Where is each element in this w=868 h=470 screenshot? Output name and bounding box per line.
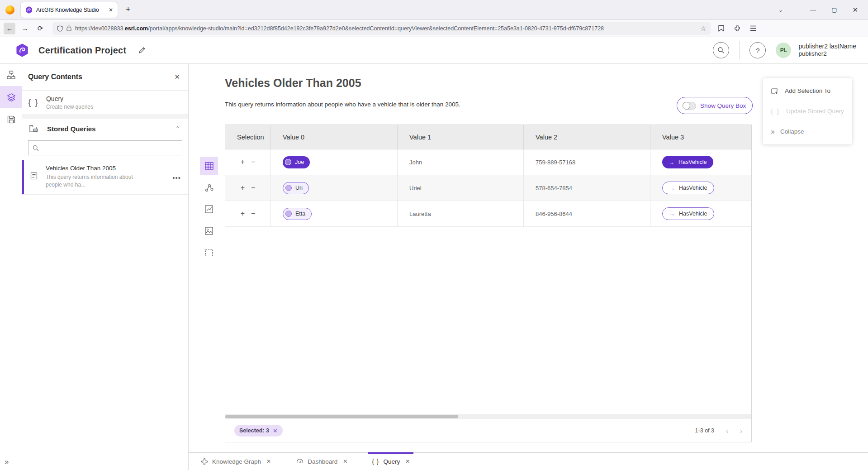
selection-view-button[interactable] xyxy=(200,244,218,262)
save-icon xyxy=(7,115,15,124)
search-input[interactable] xyxy=(43,144,178,151)
selection-box-icon xyxy=(205,249,213,257)
tab-query[interactable]: { } Query ✕ xyxy=(365,453,416,470)
remove-from-selection-button[interactable]: − xyxy=(251,210,255,217)
add-to-selection-button[interactable]: + xyxy=(241,184,245,192)
column-header[interactable]: Value 1 xyxy=(398,125,524,149)
minimize-button[interactable]: — xyxy=(810,6,816,13)
table-row: + − Joe John 759-889-57168 → HasVehicle xyxy=(225,149,751,175)
cell-value2[interactable]: 759-889-57168 xyxy=(524,149,650,175)
relationship-pill[interactable]: → HasVehicle xyxy=(662,207,714,220)
horizontal-scrollbar[interactable] xyxy=(225,414,751,419)
edit-pencil-icon[interactable] xyxy=(138,46,146,54)
cell-value1[interactable]: Uriel xyxy=(398,175,524,201)
image-icon xyxy=(205,227,213,235)
selected-count-chip[interactable]: Selected: 3 ✕ xyxy=(234,425,283,436)
column-header[interactable]: Value 2 xyxy=(524,125,650,149)
menu-item-collapse[interactable]: » Collapse xyxy=(763,121,852,142)
url-bar[interactable]: https://dev0028833.esri.com/portal/apps/… xyxy=(52,22,711,35)
scrollbar-thumb[interactable] xyxy=(225,415,458,418)
avatar[interactable]: PL xyxy=(776,43,791,58)
add-selection-icon xyxy=(771,87,778,95)
column-header[interactable]: Value 0 xyxy=(271,125,398,149)
knowledge-studio-logo-icon xyxy=(16,43,28,57)
tab-label: Dashboard xyxy=(308,458,337,465)
stored-query-item[interactable]: Vehicles Older Than 2005 This query retu… xyxy=(22,160,188,195)
bookmark-star-icon[interactable]: ☆ xyxy=(700,25,706,32)
link-chart-icon xyxy=(205,183,213,192)
column-header[interactable]: Value 3 xyxy=(650,125,751,149)
entity-pill[interactable]: Etta xyxy=(283,208,312,220)
forward-button[interactable]: → xyxy=(19,23,31,34)
menu-item-update-stored-query[interactable]: { } Update Stored Query xyxy=(763,101,852,121)
tab-close-icon[interactable]: ✕ xyxy=(343,458,347,465)
menu-hamburger-icon[interactable] xyxy=(750,25,757,31)
close-window-button[interactable]: ✕ xyxy=(852,6,858,14)
folder-icon xyxy=(29,125,39,133)
previous-page-icon[interactable]: ‹ xyxy=(726,427,728,435)
sidebar-item-layers[interactable] xyxy=(0,86,22,108)
arrow-right-icon: → xyxy=(669,211,675,217)
relationship-pill[interactable]: → HasVehicle xyxy=(662,182,714,194)
selected-count-label: Selected: 3 xyxy=(239,427,269,434)
firefox-icon[interactable] xyxy=(5,5,14,14)
next-page-icon[interactable]: › xyxy=(740,427,742,435)
stored-queries-search[interactable] xyxy=(28,140,182,155)
sidebar-item-save[interactable] xyxy=(0,108,22,130)
entity-label: Uri xyxy=(295,185,303,191)
sidebar-item-project-contents[interactable] xyxy=(0,64,22,86)
tab-close-icon[interactable]: ✕ xyxy=(266,458,271,465)
relationship-pill[interactable]: → HasVehicle xyxy=(662,156,713,168)
relationship-label: HasVehicle xyxy=(679,211,707,217)
user-info[interactable]: publisher2 lastName publisher2 xyxy=(798,43,868,58)
search-button[interactable] xyxy=(713,42,729,58)
chart-icon xyxy=(205,205,213,213)
query-item-subtitle: Create new queries xyxy=(46,104,93,110)
tab-knowledge-graph[interactable]: Knowledge Graph ✕ xyxy=(194,453,277,470)
entity-pill[interactable]: Uri xyxy=(283,182,309,194)
cell-value2[interactable]: 846-956-8644 xyxy=(524,201,650,226)
tab-close-icon[interactable]: ✕ xyxy=(405,458,410,465)
reload-button[interactable]: ⟳ xyxy=(34,23,46,34)
stored-queries-header[interactable]: Stored Queries ⌃ xyxy=(22,119,188,139)
table-view-button[interactable] xyxy=(200,157,218,175)
braces-icon: { } xyxy=(372,458,379,465)
relationship-label: HasVehicle xyxy=(678,159,707,165)
remove-from-selection-button[interactable]: − xyxy=(251,158,255,166)
maximize-button[interactable]: ▢ xyxy=(831,6,837,13)
entity-pill[interactable]: Joe xyxy=(283,156,310,168)
browser-navbar: ← → ⟳ https://dev0028833.esri.com/portal… xyxy=(0,20,868,37)
expand-rail-icon[interactable]: » xyxy=(5,457,8,466)
back-button[interactable]: ← xyxy=(4,23,15,34)
link-chart-view-button[interactable] xyxy=(200,178,218,197)
column-header[interactable]: Selection xyxy=(225,125,271,149)
panel-close-icon[interactable]: ✕ xyxy=(174,73,180,81)
item-menu-icon[interactable]: ••• xyxy=(172,174,181,182)
tab-dashboard[interactable]: Dashboard ✕ xyxy=(290,453,354,470)
menu-item-add-selection-to[interactable]: Add Selection To xyxy=(763,81,852,101)
new-tab-button[interactable]: + xyxy=(126,5,131,14)
cell-value1[interactable]: Lauretta xyxy=(398,201,524,226)
map-view-button[interactable] xyxy=(200,222,218,240)
add-to-selection-button[interactable]: + xyxy=(241,210,245,217)
help-button[interactable]: ? xyxy=(749,42,766,58)
pagination-range: 1-3 of 3 xyxy=(695,427,714,434)
chevron-up-icon[interactable]: ⌃ xyxy=(175,125,180,132)
tab-close-icon[interactable]: ✕ xyxy=(109,7,113,13)
clear-selection-icon[interactable]: ✕ xyxy=(273,427,278,434)
cell-value2[interactable]: 578-654-7854 xyxy=(524,175,650,201)
show-query-box-toggle[interactable]: Show Query Box xyxy=(677,97,753,114)
extensions-icon[interactable] xyxy=(734,25,741,32)
cell-value1[interactable]: John xyxy=(398,149,524,175)
tracking-shield-icon[interactable] xyxy=(57,25,63,32)
list-tabs-icon[interactable]: ⌄ xyxy=(778,7,783,13)
add-to-selection-button[interactable]: + xyxy=(241,158,245,166)
remove-from-selection-button[interactable]: − xyxy=(251,184,255,192)
chart-view-button[interactable] xyxy=(200,200,218,218)
table-row: + − Uri Uriel 578-654-7854 → HasVehicle xyxy=(225,175,751,201)
dashboard-gauge-icon xyxy=(296,458,304,465)
lock-icon[interactable] xyxy=(66,25,71,31)
query-create-item[interactable]: { } Query Create new queries xyxy=(22,91,188,119)
save-page-icon[interactable] xyxy=(718,25,725,32)
browser-tab[interactable]: ArcGIS Knowledge Studio ✕ xyxy=(21,2,118,18)
